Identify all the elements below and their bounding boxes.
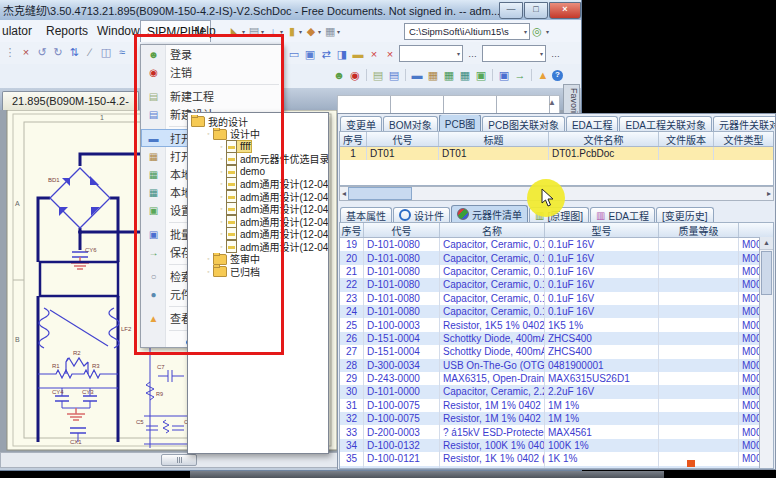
- toolbar-icon[interactable]: ▤: [371, 68, 385, 82]
- menu-item[interactable]: ▤ 新建工程: [141, 87, 282, 105]
- toolbar-icon[interactable]: ∕: [83, 45, 97, 59]
- col-model[interactable]: 型号: [545, 223, 659, 237]
- browse-button[interactable]: …: [551, 49, 560, 59]
- object-tab[interactable]: 元器件关联对象: [713, 116, 775, 131]
- col-fileversion[interactable]: 文件版本: [659, 132, 714, 146]
- menu-bar-item[interactable]: Window: [97, 24, 140, 38]
- menu-item[interactable]: ◉ 注销: [141, 63, 282, 81]
- tree-item[interactable]: ◦ 我的设计: [188, 115, 328, 128]
- toolbar-icon[interactable]: ▣: [303, 47, 317, 61]
- toolbar-icon[interactable]: ▲: [536, 68, 550, 82]
- maximize-button[interactable]: □: [524, 2, 548, 19]
- table-row[interactable]: 23 D-101-0080 Capacitor, Ceramic, 0.1uF …: [340, 292, 773, 305]
- toolbar-icon[interactable]: ⇅: [67, 45, 81, 59]
- toolbar-icon[interactable]: ▣: [474, 68, 488, 82]
- table-row[interactable]: 25 D-100-0003 Resistor, 1K5 1% 0402 1K5 …: [340, 318, 773, 331]
- toolbar-icon[interactable]: ▣: [497, 68, 511, 82]
- table-row[interactable]: 32 D-100-0075 Resistor, 1M 1% 0402 1M 1%…: [340, 412, 773, 425]
- col-filename[interactable]: 文件名称: [549, 132, 659, 146]
- tree-item[interactable]: ◦ adm通用设计(12-04-06 18-: [188, 190, 328, 203]
- tree-item[interactable]: ◦ ffff: [188, 140, 328, 153]
- toolbar-icon[interactable]: ▬: [351, 47, 365, 61]
- toolbar-icon[interactable]: ▦: [458, 68, 472, 82]
- toolbar-dropdown[interactable]: ↓▾: [266, 24, 283, 38]
- menu-bar-item[interactable]: ulator: [2, 24, 32, 38]
- toolbar-icon[interactable]: →: [513, 68, 527, 82]
- menu-item[interactable]: ☻ 登录: [141, 45, 282, 63]
- toolbar-icon[interactable]: ?: [552, 70, 563, 81]
- col-code[interactable]: 代号: [364, 223, 440, 237]
- filter-combo-1[interactable]: ▾: [399, 45, 463, 62]
- table2-vertical-scrollbar[interactable]: ▲: [759, 237, 773, 468]
- table-row[interactable]: 24 D-101-0080 Capacitor, Ceramic, 0.1uF …: [340, 305, 773, 318]
- toolbar-icon[interactable]: ◫: [99, 45, 113, 59]
- col-seq[interactable]: 序号: [340, 132, 367, 146]
- table-row[interactable]: 35 D-100-0121 Resistor, 1K 1% 0402 (100.…: [340, 452, 773, 465]
- scroll-up-icon[interactable]: ▲: [548, 98, 556, 107]
- table-row[interactable]: 28 D-300-0034 USB On-The-Go (OTG) Min...…: [340, 359, 773, 372]
- tree-item[interactable]: ◦ demo: [188, 165, 328, 178]
- toolbar-icon[interactable]: ▬: [410, 68, 424, 82]
- toolbar-icon[interactable]: ▭: [287, 47, 301, 61]
- table-row[interactable]: 33 D-200-0003 ? á15kV ESD-Protected, L..…: [340, 425, 773, 438]
- col-title[interactable]: 标题: [439, 132, 549, 146]
- toolbar-icon[interactable]: ▦: [442, 68, 456, 82]
- toolbar-dropdown[interactable]: ◣▾: [228, 24, 245, 38]
- toolbar-dropdown[interactable]: ◆▾: [304, 24, 321, 38]
- toolbar-icon[interactable]: ×: [383, 47, 397, 61]
- toolbar-dropdown[interactable]: ▤▾: [247, 24, 264, 38]
- browse-button[interactable]: …: [468, 49, 477, 59]
- filter-combo-2[interactable]: ▾: [482, 45, 546, 62]
- menu-help[interactable]: Help: [191, 24, 216, 38]
- tree-item[interactable]: ◦ adm通用设计(12-04-06 18-: [188, 178, 328, 191]
- table-row[interactable]: 21 D-101-0080 Capacitor, Ceramic, 0.1uF …: [340, 265, 773, 278]
- col-code[interactable]: 代号: [367, 132, 439, 146]
- detail-tab[interactable]: 设计件: [393, 207, 450, 222]
- toolbar-icon[interactable]: ▤: [387, 68, 401, 82]
- toolbar-icon[interactable]: ☻: [332, 68, 346, 82]
- tree-item[interactable]: ◦ 已归档: [188, 265, 328, 278]
- toolbar-icon[interactable]: ×: [367, 47, 381, 61]
- menu-bar-item[interactable]: Reports: [46, 24, 88, 38]
- scrollbar-thumb[interactable]: [761, 251, 772, 295]
- toolbar-icon[interactable]: ≈: [115, 45, 129, 59]
- table-row[interactable]: 22 D-101-0080 Capacitor, Ceramic, 0.1uF …: [340, 278, 773, 291]
- toolbar-icon[interactable]: [492, 69, 493, 81]
- toolbar-dropdown[interactable]: ▮▾: [285, 24, 302, 38]
- col-filetype[interactable]: 文件类型: [714, 132, 773, 146]
- object-tab[interactable]: EDA工程关联对象: [619, 116, 712, 131]
- toolbar-icon[interactable]: ◨: [335, 47, 349, 61]
- detail-tab[interactable]: 元器件清单: [451, 205, 528, 222]
- tree-item[interactable]: ◦ adm元器件优选目录(13-07-: [188, 153, 328, 166]
- table-row[interactable]: 30 D-101-0000 Capacitor, Ceramic, 2.2uF …: [340, 385, 773, 398]
- toolbar-icon[interactable]: ×: [19, 45, 33, 59]
- object-tab[interactable]: 变更单: [340, 116, 382, 131]
- object-tab[interactable]: PCB图: [439, 115, 482, 131]
- toolbar-dropdown[interactable]: ▦▾: [323, 24, 340, 38]
- tree-item[interactable]: ◦ adm通用设计(12-04-06 15-: [188, 240, 328, 253]
- toolbar-icon[interactable]: [531, 69, 532, 81]
- scrollbar-grip[interactable]: [161, 454, 197, 466]
- table-row[interactable]: 27 D-151-0004 Schottky Diode, 400mA ZHCS…: [340, 345, 773, 358]
- detail-tab[interactable]: 基本属性: [340, 207, 392, 222]
- col-seq[interactable]: 序号: [340, 223, 364, 237]
- scroll-up-icon[interactable]: ▲: [760, 237, 773, 250]
- col-material-code[interactable]: [739, 223, 773, 237]
- col-name[interactable]: 名称: [440, 223, 545, 237]
- toolbar-icon[interactable]: ◉: [348, 68, 362, 82]
- table-row[interactable]: 36 D-100-0121 Resistor, 1K 1% 0402 (100.…: [340, 466, 773, 469]
- toolbar-icon[interactable]: [405, 69, 406, 81]
- object-tab[interactable]: EDA工程: [566, 116, 619, 131]
- object-tab[interactable]: PCB图关联对象: [482, 116, 565, 131]
- toolbar-icon[interactable]: ⋮: [3, 45, 17, 59]
- detail-tab[interactable]: ▥EDA工程: [590, 207, 655, 222]
- toolbar-icon[interactable]: ▦: [426, 68, 440, 82]
- title-bar[interactable]: 杰克缝纫\3.50.4713.21.895(B090M-150-4.2-IS)-…: [0, 0, 581, 20]
- table-row[interactable]: 31 D-100-0075 Resistor, 1M 1% 0402 1M 1%…: [340, 399, 773, 412]
- table-row[interactable]: 34 D-100-0132 Resistor, 100K 1% 0402 (1.…: [340, 439, 773, 452]
- scroll-left-icon[interactable]: ◂: [342, 189, 346, 198]
- table-row[interactable]: 20 D-101-0080 Capacitor, Ceramic, 0.1uF …: [340, 251, 773, 264]
- scrollbar-thumb[interactable]: [348, 187, 412, 200]
- run-dropdown[interactable]: ◎ ▾: [530, 24, 549, 38]
- document-tab[interactable]: 21.895(B090M-150-4.2-: [2, 91, 139, 110]
